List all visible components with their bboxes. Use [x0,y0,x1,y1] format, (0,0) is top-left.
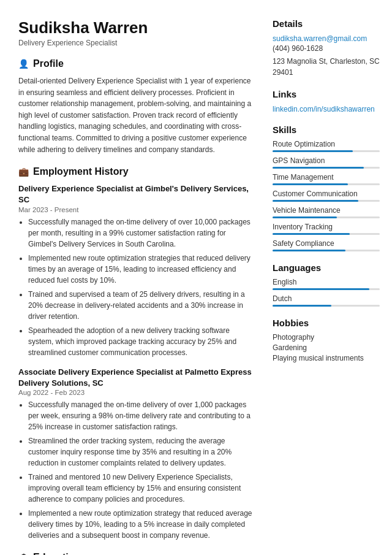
hobbies-section: Hobbies PhotographyGardeningPlaying musi… [273,318,380,362]
phone: (404) 960-1628 [273,43,380,54]
hobby-item: Photography [273,333,380,342]
hobby-item: Playing musical instruments [273,354,380,362]
job-bullets: Successfully managed the on-time deliver… [18,399,254,541]
skill-bar-bg [273,250,380,251]
details-section: Details sudiksha.warren@gmail.com (404) … [273,18,380,78]
profile-section: 👤 Profile Detail-oriented Delivery Exper… [18,58,254,155]
resume-page: Sudiksha Warren Delivery Experience Spec… [0,0,392,555]
skill-label: Vehicle Maintenance [273,206,380,215]
education-icon: 🎓 [18,553,29,555]
employment-section: 💼 Employment History Delivery Experience… [18,166,254,541]
skills-container: Route OptimizationGPS NavigationTime Man… [273,140,380,251]
skill-bar-bg [273,150,380,152]
job-bullet: Trained and mentored 10 new Delivery Exp… [28,472,254,505]
skill-label: Route Optimization [273,140,380,148]
skill-bar-bg [273,167,380,169]
skill-bar-fill [273,183,348,185]
job-bullet: Successfully managed the on-time deliver… [28,399,254,432]
skill-label: Inventory Tracking [273,223,380,231]
skill-item: GPS Navigation [273,156,380,169]
language-label: English [273,278,380,286]
language-item: English [273,278,380,290]
job-item: Associate Delivery Experience Specialist… [18,367,254,541]
profile-text: Detail-oriented Delivery Experience Spec… [18,75,254,155]
job-bullet: Streamlined the order tracking system, r… [28,435,254,469]
links-title: Links [273,89,380,99]
job-title: Associate Delivery Experience Specialist… [18,367,254,389]
candidate-name: Sudiksha Warren [18,18,254,37]
address: 123 Magnolia St, Charleston, SC 29401 [273,56,380,78]
languages-title: Languages [273,262,380,273]
job-item: Delivery Experience Specialist at Gimbel… [18,183,254,358]
right-column: Details sudiksha.warren@gmail.com (404) … [273,18,380,555]
job-date: Aug 2022 - Feb 2023 [18,389,254,396]
job-bullet: Spearheaded the adoption of a new delive… [28,325,254,358]
language-bar-fill [273,288,369,290]
skill-item: Safety Compliance [273,239,380,251]
language-label: Dutch [273,294,380,303]
left-column: Sudiksha Warren Delivery Experience Spec… [18,18,254,555]
skill-item: Inventory Tracking [273,223,380,235]
skill-item: Vehicle Maintenance [273,206,380,218]
email-link[interactable]: sudiksha.warren@gmail.com [273,34,367,43]
hobby-item: Gardening [273,343,380,352]
employment-title: 💼 Employment History [18,166,254,177]
job-title: Delivery Experience Specialist at Gimbel… [18,183,254,205]
skill-bar-fill [273,200,358,202]
skill-bar-bg [273,233,380,235]
language-item: Dutch [273,294,380,307]
job-bullet: Successfully managed the on-time deliver… [28,216,254,250]
skills-section: Skills Route OptimizationGPS NavigationT… [273,124,380,251]
skill-bar-bg [273,200,380,202]
language-bar-bg [273,305,380,307]
education-title: 🎓 Education [18,552,254,555]
languages-section: Languages EnglishDutch [273,262,380,307]
skill-label: Safety Compliance [273,239,380,248]
skill-item: Route Optimization [273,140,380,152]
header: Sudiksha Warren Delivery Experience Spec… [18,18,254,47]
links-section: Links linkedin.com/in/sudikshawarren [273,89,380,113]
skill-label: GPS Navigation [273,156,380,165]
languages-container: EnglishDutch [273,278,380,307]
job-date: Mar 2023 - Present [18,206,254,213]
job-bullet: Trained and supervised a team of 25 deli… [28,289,254,322]
skill-bar-fill [273,216,337,218]
skill-bar-fill [273,250,345,251]
skill-label: Time Management [273,173,380,182]
education-section: 🎓 Education Associate of Applied Science… [18,552,254,555]
skill-bar-fill [273,150,353,152]
skill-item: Time Management [273,173,380,185]
job-bullet: Implemented new route optimization strat… [28,253,254,286]
employment-icon: 💼 [18,167,29,177]
skills-title: Skills [273,124,380,135]
hobbies-title: Hobbies [273,318,380,328]
jobs-container: Delivery Experience Specialist at Gimbel… [18,183,254,541]
language-bar-fill [273,305,331,307]
skill-label: Customer Communication [273,189,380,198]
profile-icon: 👤 [18,59,29,69]
job-bullet: Implemented a new route optimization str… [28,508,254,541]
skill-item: Customer Communication [273,189,380,202]
linkedin-link[interactable]: linkedin.com/in/sudikshawarren [273,105,375,113]
job-bullets: Successfully managed the on-time deliver… [18,216,254,358]
hobbies-container: PhotographyGardeningPlaying musical inst… [273,333,380,362]
profile-title: 👤 Profile [18,58,254,69]
skill-bar-fill [273,167,364,169]
skill-bar-bg [273,216,380,218]
language-bar-bg [273,288,380,290]
skill-bar-bg [273,183,380,185]
skill-bar-fill [273,233,350,235]
details-title: Details [273,18,380,29]
candidate-title: Delivery Experience Specialist [18,39,254,47]
